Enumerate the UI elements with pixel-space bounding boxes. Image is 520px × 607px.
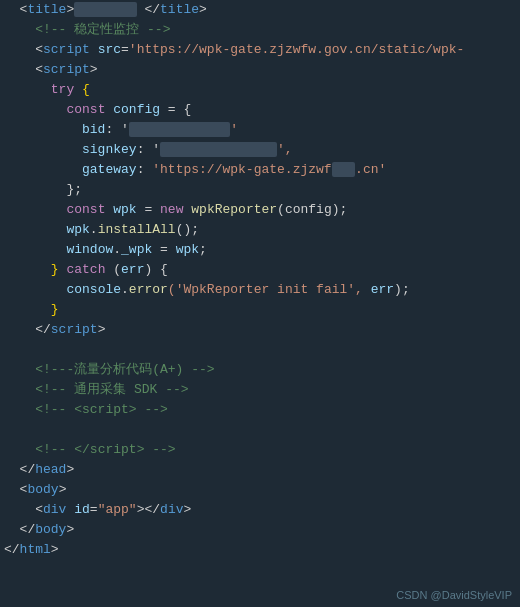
token: catch [66,262,105,277]
token: > --> [137,442,176,457]
line-content: bid: ' ' [0,120,520,140]
token [4,302,51,317]
token: signkey [82,142,137,157]
line-content: console.error('WpkReporter init fail', e… [0,280,520,300]
token: </ [4,522,35,537]
code-line: </body> [0,520,520,540]
token: err [121,262,144,277]
token: > [90,62,98,77]
line-content: window._wpk = wpk; [0,240,520,260]
line-content: <script src='https://wpk-gate.zjzwfw.gov… [0,40,520,60]
token: div [43,502,66,517]
token: : ' [137,142,160,157]
token: > [183,502,191,517]
token: </ [4,462,35,477]
token: script [43,62,90,77]
token [4,422,35,437]
token: > [66,462,74,477]
token: <!-- </ [4,442,90,457]
code-line: }; [0,180,520,200]
token: (config); [277,202,347,217]
token: wpk [66,222,89,237]
token: err [371,282,394,297]
token: head [35,462,66,477]
token: > [59,482,67,497]
code-lines: <title> </title> <!-- 稳定性监控 --> <script … [0,0,520,560]
token: </ [4,322,51,337]
token: body [35,522,66,537]
line-content: <!-- 稳定性监控 --> [0,20,520,40]
token [4,202,66,217]
token: error [129,282,168,297]
token: console [66,282,121,297]
line-content: <body> [0,480,520,500]
watermark: CSDN @DavidStyleVIP [396,589,512,601]
token [4,102,66,117]
token: . [90,222,98,237]
token: = [90,502,98,517]
token: ; [199,242,207,257]
token: html [20,542,51,557]
code-line: <script src='https://wpk-gate.zjzwfw.gov… [0,40,520,60]
token: <!---流量分析代码(A+) --> [4,362,215,377]
token [90,42,98,57]
code-line: window._wpk = wpk; [0,240,520,260]
token: script [51,322,98,337]
line-content: gateway: 'https://wpk-gate.zjzwf .cn' [0,160,520,180]
token: 'https://wpk-gate.zjzwf [152,162,331,177]
token: < [4,42,43,57]
code-line: </html> [0,540,520,560]
token: wpk [176,242,199,257]
token: : [137,162,153,177]
line-content: } [0,300,520,320]
token [4,342,35,357]
token: 'https://wpk-gate.zjzwfw.gov.cn/static/w… [129,42,464,57]
token: script [43,42,90,57]
token [4,82,51,97]
token [160,142,277,157]
token: window [66,242,113,257]
code-line: <!-- <script> --> [0,400,520,420]
token: const [66,202,105,217]
line-content: <!-- </script> --> [0,440,520,460]
code-line: wpk.installAll(); [0,220,520,240]
token: <!-- 稳定性监控 --> [35,22,170,37]
line-content: const wpk = new wpkReporter(config); [0,200,520,220]
line-content: <!-- 通用采集 SDK --> [0,380,520,400]
code-line: </script> [0,320,520,340]
token: < [4,502,43,517]
line-content [0,420,520,440]
token: ', [277,142,293,157]
token: = { [160,102,191,117]
line-content: const config = { [0,100,520,120]
token: > --> [129,402,168,417]
token: > [66,522,74,537]
token: > [51,542,59,557]
token: script [90,442,137,457]
token: installAll [98,222,176,237]
line-content: <!-- <script> --> [0,400,520,420]
code-line: </head> [0,460,520,480]
code-line: <!---流量分析代码(A+) --> [0,360,520,380]
token [4,22,35,37]
token: > [199,2,207,17]
token: gateway [82,162,137,177]
code-line: } catch (err) { [0,260,520,280]
token: = [137,202,160,217]
token: </ [4,542,20,557]
line-content: <div id="app"></div> [0,500,520,520]
line-content: try { [0,80,520,100]
token: ); [394,282,410,297]
token [74,2,136,17]
token: < [4,2,27,17]
token: bid [82,122,105,137]
token: script [82,402,129,417]
line-content: </script> [0,320,520,340]
token: ('WpkReporter init fail', [168,282,371,297]
line-content: }; [0,180,520,200]
token: const [66,102,105,117]
token: title [27,2,66,17]
line-content [0,340,520,360]
code-line: console.error('WpkReporter init fail', e… [0,280,520,300]
token: { [74,82,90,97]
